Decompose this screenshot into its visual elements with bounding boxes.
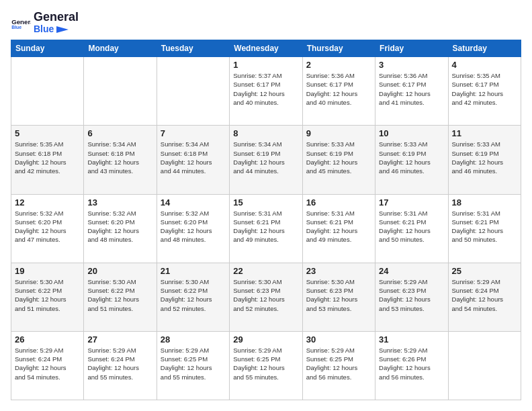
day-number: 28 [161,334,226,345]
cell-content: Sunrise: 5:36 AM Sunset: 6:17 PM Dayligh… [379,71,444,107]
day-number: 26 [15,334,80,345]
cell-content: Sunrise: 5:30 AM Sunset: 6:22 PM Dayligh… [161,277,226,313]
cell-content: Sunrise: 5:34 AM Sunset: 6:19 PM Dayligh… [233,140,298,175]
calendar-cell: 14Sunrise: 5:32 AM Sunset: 6:20 PM Dayli… [157,194,229,263]
calendar-cell: 26Sunrise: 5:29 AM Sunset: 6:24 PM Dayli… [11,331,84,400]
day-number: 7 [161,128,226,138]
page: General Blue General Blue SundayMondayTu… [0,0,532,411]
calendar-cell: 3Sunrise: 5:36 AM Sunset: 6:17 PM Daylig… [375,57,448,126]
cell-content: Sunrise: 5:29 AM Sunset: 6:24 PM Dayligh… [87,346,152,381]
day-number: 9 [306,128,371,138]
day-number: 18 [452,197,517,208]
calendar-cell: 5Sunrise: 5:35 AM Sunset: 6:18 PM Daylig… [11,126,84,194]
calendar-cell: 9Sunrise: 5:33 AM Sunset: 6:19 PM Daylig… [302,126,375,194]
cell-content: Sunrise: 5:35 AM Sunset: 6:18 PM Dayligh… [15,140,80,175]
calendar-cell: 16Sunrise: 5:31 AM Sunset: 6:21 PM Dayli… [302,194,375,263]
day-number: 23 [306,266,371,276]
day-number: 13 [87,197,152,208]
cell-content: Sunrise: 5:33 AM Sunset: 6:19 PM Dayligh… [379,140,444,175]
day-number: 2 [306,60,371,70]
calendar-cell: 24Sunrise: 5:29 AM Sunset: 6:23 PM Dayli… [375,263,448,331]
cell-content: Sunrise: 5:32 AM Sunset: 6:20 PM Dayligh… [87,209,152,244]
day-number: 14 [161,197,226,208]
day-number: 29 [233,334,298,345]
calendar-cell: 25Sunrise: 5:29 AM Sunset: 6:24 PM Dayli… [448,263,521,331]
weekday-monday: Monday [84,40,157,57]
calendar-cell: 22Sunrise: 5:30 AM Sunset: 6:23 PM Dayli… [230,263,302,331]
day-number: 4 [452,60,517,70]
cell-content: Sunrise: 5:29 AM Sunset: 6:26 PM Dayligh… [379,346,444,381]
day-number: 21 [161,266,226,276]
weekday-tuesday: Tuesday [157,40,229,57]
calendar-cell: 29Sunrise: 5:29 AM Sunset: 6:25 PM Dayli… [230,331,302,400]
cell-content: Sunrise: 5:29 AM Sunset: 6:25 PM Dayligh… [306,346,371,381]
weekday-friday: Friday [375,40,448,57]
cell-content: Sunrise: 5:35 AM Sunset: 6:17 PM Dayligh… [452,71,517,107]
logo: General Blue General Blue [11,11,79,34]
calendar-cell: 10Sunrise: 5:33 AM Sunset: 6:19 PM Dayli… [375,126,448,194]
cell-content: Sunrise: 5:31 AM Sunset: 6:21 PM Dayligh… [452,209,517,244]
cell-content: Sunrise: 5:31 AM Sunset: 6:21 PM Dayligh… [233,209,298,244]
calendar-week-5: 26Sunrise: 5:29 AM Sunset: 6:24 PM Dayli… [11,331,521,400]
cell-content: Sunrise: 5:32 AM Sunset: 6:20 PM Dayligh… [15,209,80,244]
calendar-cell: 18Sunrise: 5:31 AM Sunset: 6:21 PM Dayli… [448,194,521,263]
cell-content: Sunrise: 5:30 AM Sunset: 6:23 PM Dayligh… [306,277,371,313]
calendar-cell [11,57,84,126]
cell-content: Sunrise: 5:32 AM Sunset: 6:20 PM Dayligh… [161,209,226,244]
day-number: 12 [15,197,80,208]
calendar-cell: 21Sunrise: 5:30 AM Sunset: 6:22 PM Dayli… [157,263,229,331]
calendar-cell: 30Sunrise: 5:29 AM Sunset: 6:25 PM Dayli… [302,331,375,400]
svg-marker-2 [56,26,69,33]
calendar-cell: 13Sunrise: 5:32 AM Sunset: 6:20 PM Dayli… [84,194,157,263]
day-number: 24 [379,266,444,276]
day-number: 8 [233,128,298,138]
cell-content: Sunrise: 5:29 AM Sunset: 6:25 PM Dayligh… [233,346,298,381]
cell-content: Sunrise: 5:34 AM Sunset: 6:18 PM Dayligh… [161,140,226,175]
calendar-cell: 28Sunrise: 5:29 AM Sunset: 6:25 PM Dayli… [157,331,229,400]
day-number: 20 [87,266,152,276]
day-number: 22 [233,266,298,276]
calendar-week-4: 19Sunrise: 5:30 AM Sunset: 6:22 PM Dayli… [11,263,521,331]
calendar-cell: 11Sunrise: 5:33 AM Sunset: 6:19 PM Dayli… [448,126,521,194]
day-number: 30 [306,334,371,345]
calendar-cell: 12Sunrise: 5:32 AM Sunset: 6:20 PM Dayli… [11,194,84,263]
calendar-cell: 1Sunrise: 5:37 AM Sunset: 6:17 PM Daylig… [230,57,302,126]
cell-content: Sunrise: 5:29 AM Sunset: 6:25 PM Dayligh… [161,346,226,381]
header: General Blue General Blue [11,11,521,34]
weekday-thursday: Thursday [302,40,375,57]
calendar-cell: 31Sunrise: 5:29 AM Sunset: 6:26 PM Dayli… [375,331,448,400]
calendar-cell: 2Sunrise: 5:36 AM Sunset: 6:17 PM Daylig… [302,57,375,126]
svg-text:Blue: Blue [11,25,21,29]
cell-content: Sunrise: 5:30 AM Sunset: 6:23 PM Dayligh… [233,277,298,313]
calendar-table: SundayMondayTuesdayWednesdayThursdayFrid… [11,40,521,400]
weekday-header-row: SundayMondayTuesdayWednesdayThursdayFrid… [11,40,521,57]
cell-content: Sunrise: 5:29 AM Sunset: 6:24 PM Dayligh… [15,346,80,381]
weekday-sunday: Sunday [11,40,84,57]
calendar-week-2: 5Sunrise: 5:35 AM Sunset: 6:18 PM Daylig… [11,126,521,194]
day-number: 11 [452,128,517,138]
day-number: 3 [379,60,444,70]
calendar-cell: 8Sunrise: 5:34 AM Sunset: 6:19 PM Daylig… [230,126,302,194]
cell-content: Sunrise: 5:34 AM Sunset: 6:18 PM Dayligh… [87,140,152,175]
day-number: 6 [87,128,152,138]
weekday-saturday: Saturday [448,40,521,57]
day-number: 5 [15,128,80,138]
cell-content: Sunrise: 5:31 AM Sunset: 6:21 PM Dayligh… [379,209,444,244]
day-number: 27 [87,334,152,345]
day-number: 31 [379,334,444,345]
cell-content: Sunrise: 5:33 AM Sunset: 6:19 PM Dayligh… [306,140,371,175]
calendar-cell: 27Sunrise: 5:29 AM Sunset: 6:24 PM Dayli… [84,331,157,400]
calendar-cell: 23Sunrise: 5:30 AM Sunset: 6:23 PM Dayli… [302,263,375,331]
logo-icon: General Blue [11,17,31,29]
calendar-cell: 15Sunrise: 5:31 AM Sunset: 6:21 PM Dayli… [230,194,302,263]
day-number: 19 [15,266,80,276]
calendar-cell: 20Sunrise: 5:30 AM Sunset: 6:22 PM Dayli… [84,263,157,331]
cell-content: Sunrise: 5:29 AM Sunset: 6:24 PM Dayligh… [452,277,517,313]
calendar-cell: 17Sunrise: 5:31 AM Sunset: 6:21 PM Dayli… [375,194,448,263]
calendar-week-3: 12Sunrise: 5:32 AM Sunset: 6:20 PM Dayli… [11,194,521,263]
calendar-cell [157,57,229,126]
calendar-cell: 19Sunrise: 5:30 AM Sunset: 6:22 PM Dayli… [11,263,84,331]
calendar-week-1: 1Sunrise: 5:37 AM Sunset: 6:17 PM Daylig… [11,57,521,126]
logo-general: General [34,11,79,24]
cell-content: Sunrise: 5:29 AM Sunset: 6:23 PM Dayligh… [379,277,444,313]
